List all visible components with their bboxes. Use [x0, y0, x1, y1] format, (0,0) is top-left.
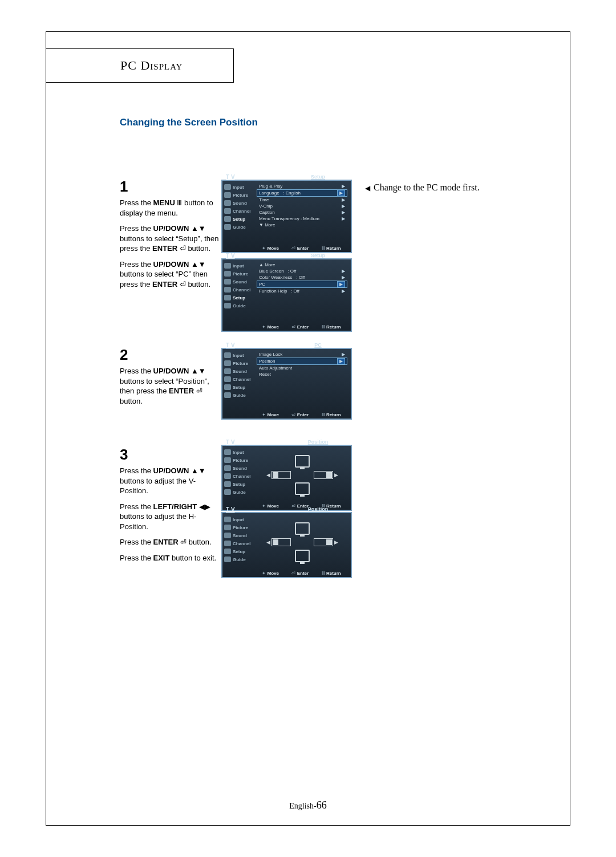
section-tab: PC Display — [46, 48, 234, 83]
osd-title: Setup — [291, 253, 345, 258]
osd-title: Position — [291, 439, 345, 445]
menu-more[interactable]: ▲ More — [257, 262, 347, 268]
osd-title: Position — [291, 506, 345, 512]
menu-item[interactable]: Blue Screen : Off▶ — [257, 268, 347, 274]
osd-pc-menu: T V PC Input Picture Sound Channel Setup… — [221, 348, 352, 420]
page-footer: English-66 — [0, 799, 616, 811]
step3-line3: Press the ENTER ⏎ button. — [120, 537, 222, 547]
guide-icon — [224, 303, 231, 308]
menu-item[interactable]: Plug & Play▶ — [257, 183, 347, 189]
osd-setup-1: T V Setup Input Picture Sound Channel Se… — [221, 180, 352, 253]
setup-icon — [224, 384, 231, 390]
channel-icon — [224, 473, 231, 479]
step-2: 2 Press the UP/DOWN ▲▼ buttons to select… — [120, 345, 222, 412]
hpos-right-icon[interactable]: ▶ — [314, 538, 333, 546]
channel-icon — [224, 208, 231, 214]
vpos-up-icon[interactable] — [295, 522, 310, 535]
picture-icon — [224, 457, 231, 463]
menu-item[interactable]: Menu Transparency : Medium▶ — [257, 216, 347, 222]
page-frame — [46, 31, 570, 826]
osd-footer: ✦ Move ⏎ Enter Ⅲ Return — [256, 571, 347, 576]
step2-line1: Press the UP/DOWN ▲▼ buttons to select “… — [120, 366, 222, 406]
vpos-down-icon[interactable] — [295, 482, 310, 495]
menu-item[interactable]: Time▶ — [257, 197, 347, 203]
step-number: 3 — [120, 445, 222, 465]
guide-icon — [224, 489, 231, 495]
step1-line1: Press the MENU Ⅲ button to display the m… — [120, 198, 222, 218]
input-icon — [224, 517, 231, 522]
vpos-down-icon[interactable] — [295, 550, 310, 562]
osd-sidebar: Input Picture Sound Channel Setup Guide — [222, 181, 256, 252]
osd-tv-label: T V — [226, 342, 235, 348]
channel-icon — [224, 376, 231, 382]
guide-icon — [224, 224, 231, 230]
step1-line2: Press the UP/DOWN ▲▼ buttons to select “… — [120, 224, 222, 254]
step-number: 2 — [120, 345, 222, 365]
menu-item[interactable]: Caption▶ — [257, 209, 347, 216]
picture-icon — [224, 192, 231, 198]
osd-footer: ✦ Move ⏎ Enter Ⅲ Return — [256, 246, 347, 251]
setup-icon — [224, 216, 231, 222]
vpos-up-icon[interactable] — [295, 455, 310, 468]
menu-item-language[interactable]: Language : English▶ — [257, 189, 347, 197]
hpos-left-icon[interactable]: ◀ — [271, 471, 291, 479]
osd-sidebar: Input Picture Sound Channel Setup Guide — [222, 446, 256, 510]
osd-sidebar: Input Picture Sound Channel Setup Guide — [222, 349, 256, 419]
channel-icon — [224, 541, 231, 546]
channel-icon — [224, 287, 231, 293]
osd-tv-label: T V — [226, 253, 235, 259]
menu-item[interactable]: Auto Adjustment — [257, 365, 347, 371]
setup-icon — [224, 481, 231, 487]
input-icon — [224, 184, 231, 190]
step3-line1: Press the UP/DOWN ▲▼ buttons to adjust t… — [120, 466, 222, 496]
step-number: 1 — [120, 177, 222, 197]
osd-tv-label: T V — [226, 439, 235, 445]
setup-icon — [224, 549, 231, 554]
input-icon — [224, 449, 231, 455]
sound-icon — [224, 368, 231, 374]
sound-icon — [224, 533, 231, 538]
osd-setup-2: T V Setup Input Picture Sound Channel Se… — [221, 258, 352, 332]
picture-icon — [224, 525, 231, 530]
setup-icon — [224, 295, 231, 300]
osd-position-1: T V Position Input Picture Sound Channel… — [221, 445, 352, 511]
page-heading: Changing the Screen Position — [120, 117, 258, 128]
osd-title: Setup — [291, 174, 345, 180]
sound-icon — [224, 200, 231, 206]
menu-more[interactable]: ▼ More — [257, 222, 347, 228]
input-icon — [224, 352, 231, 358]
step3-line4: Press the EXIT button to exit. — [120, 553, 222, 563]
step-1: 1 Press the MENU Ⅲ button to display the… — [120, 177, 222, 295]
section-title: PC Display — [120, 58, 183, 73]
osd-footer: ✦ Move ⏎ Enter Ⅲ Return — [256, 412, 347, 417]
menu-item[interactable]: Reset — [257, 371, 347, 377]
hpos-left-icon[interactable]: ◀ — [271, 538, 291, 546]
menu-item[interactable]: Function Help : Off▶ — [257, 288, 347, 294]
osd-sidebar: Input Picture Sound Channel Setup Guide — [222, 259, 256, 331]
sound-icon — [224, 279, 231, 285]
input-icon — [224, 263, 231, 269]
osd-position-2: T V Position Input Picture Sound Channel… — [221, 512, 352, 578]
menu-item[interactable]: V-Chip▶ — [257, 203, 347, 209]
guide-icon — [224, 392, 231, 398]
step-3: 3 Press the UP/DOWN ▲▼ buttons to adjust… — [120, 445, 222, 568]
osd-sidebar: Input Picture Sound Channel Setup Guide — [222, 513, 256, 577]
osd-footer: ✦ Move ⏎ Enter Ⅲ Return — [256, 324, 347, 330]
menu-item[interactable]: Image Lock▶ — [257, 351, 347, 358]
menu-item-position[interactable]: Position▶ — [257, 358, 347, 365]
step1-line3: Press the UP/DOWN ▲▼ buttons to select “… — [120, 259, 222, 290]
sound-icon — [224, 465, 231, 471]
menu-item[interactable]: Color Weakness : Off▶ — [257, 274, 347, 281]
picture-icon — [224, 271, 231, 277]
picture-icon — [224, 360, 231, 366]
hpos-right-icon[interactable]: ▶ — [314, 471, 333, 479]
osd-title: PC — [291, 342, 345, 348]
guide-icon — [224, 557, 231, 562]
step3-line2: Press the LEFT/RIGHT ◀▶ buttons to adjus… — [120, 502, 222, 532]
osd-tv-label: T V — [226, 506, 235, 513]
menu-item-pc[interactable]: PC▶ — [257, 281, 347, 288]
osd-tv-label: T V — [226, 174, 235, 180]
mode-note: Change to the PC mode first. — [365, 182, 480, 193]
